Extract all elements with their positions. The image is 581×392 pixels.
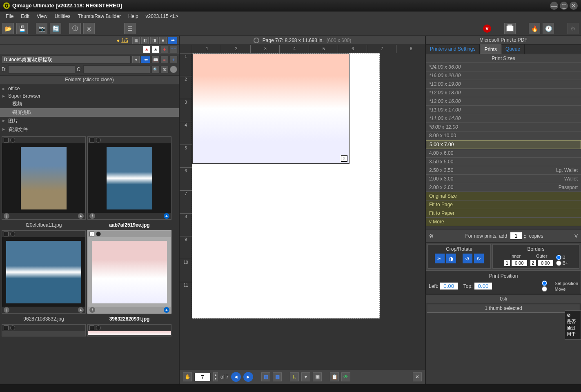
plus-blue-icon[interactable]: + xyxy=(170,56,177,63)
minimize-button[interactable]: — xyxy=(550,2,558,10)
print-icon[interactable] xyxy=(504,23,516,34)
folders-header[interactable]: Folders (click to close) xyxy=(0,75,179,84)
camera-icon[interactable]: 📷 xyxy=(36,23,47,34)
outer-input[interactable] xyxy=(537,259,554,267)
grid-med-icon[interactable]: ◧ xyxy=(141,37,149,44)
thumb-radio[interactable] xyxy=(10,138,15,143)
a-black-icon[interactable]: a xyxy=(152,46,159,53)
copies-up[interactable]: ▲ xyxy=(523,234,526,236)
top-input[interactable] xyxy=(474,282,492,290)
folder-item[interactable]: Super Browser xyxy=(0,92,179,100)
wrench-icon[interactable]: 🛠 xyxy=(429,233,434,239)
gear-icon[interactable]: ⚙ xyxy=(567,23,579,34)
thumbnail[interactable] xyxy=(87,324,171,336)
copies-input[interactable] xyxy=(510,232,522,240)
prev-page-button[interactable]: ◄ xyxy=(231,372,241,382)
tab-prints[interactable]: Prints xyxy=(480,45,501,54)
v-badge-icon[interactable]: V xyxy=(574,233,578,239)
info-icon[interactable]: ⓘ xyxy=(69,23,81,34)
a-red-icon[interactable]: a xyxy=(143,46,150,53)
maximize-button[interactable]: ▢ xyxy=(560,2,568,10)
folder-item-selected[interactable]: 锁屏提取 xyxy=(0,108,179,117)
folder-item[interactable]: 视频 xyxy=(0,100,179,108)
back-arrow-icon[interactable]: ⬅ xyxy=(141,56,150,63)
thumb-radio[interactable] xyxy=(96,138,101,143)
book-icon[interactable]: 📖 xyxy=(152,56,159,63)
print-page[interactable]: X xyxy=(192,53,380,318)
thumbnail[interactable]: i+ xyxy=(87,136,171,220)
c-filter-input[interactable] xyxy=(83,65,150,74)
thumb-radio[interactable] xyxy=(96,325,101,330)
close-icon[interactable]: ✕ xyxy=(413,372,422,381)
size-item-original[interactable]: Original Size xyxy=(426,192,581,200)
page-spinner[interactable]: ▲▼ xyxy=(213,372,218,381)
tab-printers-settings[interactable]: Printers and Settings xyxy=(426,45,480,54)
v-badge-icon[interactable]: V xyxy=(483,24,491,33)
size-item-more[interactable]: v More xyxy=(426,218,581,226)
tab-queue[interactable]: Queue xyxy=(501,45,525,54)
thumb-checkbox[interactable] xyxy=(4,325,9,330)
thumb-checkbox[interactable]: ✓ xyxy=(89,232,94,236)
thumb-radio[interactable] xyxy=(10,232,15,236)
add-icon[interactable]: + xyxy=(78,307,84,313)
list-icon[interactable]: ☰ xyxy=(124,23,136,34)
size-item[interactable]: *12.00 x 16.00 xyxy=(426,97,581,106)
size-item-selected[interactable]: 5.00 x 7.00 xyxy=(426,140,581,149)
size-item[interactable]: *8.00 x 12.00 xyxy=(426,123,581,131)
size-item[interactable]: *11.00 x 14.00 xyxy=(426,114,581,123)
refresh-icon[interactable]: 🔄 xyxy=(50,23,61,34)
grid-large-icon[interactable]: ◨ xyxy=(150,37,158,44)
save-icon[interactable]: 💾 xyxy=(16,23,28,34)
size-item[interactable]: 2.00 x 3.00Wallet xyxy=(426,175,581,183)
size-item[interactable]: *12.00 x 18.00 xyxy=(426,89,581,97)
thumbnail-selected[interactable]: ✓ i+ xyxy=(87,230,171,314)
menu-help[interactable]: Help xyxy=(125,12,142,20)
page-icon1[interactable]: ▤ xyxy=(261,372,270,381)
thumb-checkbox[interactable] xyxy=(89,138,94,143)
size-item[interactable]: 4.00 x 6.00 xyxy=(426,149,581,158)
thumb-checkbox[interactable] xyxy=(89,325,94,330)
path-dropdown-icon[interactable]: ▾ xyxy=(132,56,140,63)
size-item[interactable]: 3.50 x 5.00 xyxy=(426,158,581,166)
info-icon[interactable]: i xyxy=(89,213,95,219)
size-item[interactable]: 2.00 x 2.00Passport xyxy=(426,183,581,192)
size-item[interactable]: 2.50 x 3.50Lg. Wallet xyxy=(426,166,581,175)
thumb-checkbox[interactable] xyxy=(4,232,9,236)
page-preview[interactable]: 12345678 1234567891011 X xyxy=(180,45,425,370)
crop-icon[interactable]: ✂ xyxy=(435,254,445,263)
flame-icon[interactable]: 🔥 xyxy=(529,23,540,34)
remove-photo-button[interactable]: X xyxy=(341,155,347,162)
lines-icon[interactable]: ≡ xyxy=(161,56,168,63)
thumb-radio[interactable] xyxy=(10,325,15,330)
inner-input[interactable] xyxy=(511,259,528,267)
size-item[interactable]: *11.00 x 17.00 xyxy=(426,106,581,114)
arrow-right-icon[interactable]: ➡ xyxy=(168,37,177,44)
add-icon[interactable]: + xyxy=(161,46,168,53)
folder-item[interactable]: 资源文件 xyxy=(0,125,179,134)
menu-view[interactable]: View xyxy=(33,12,51,20)
move-radio[interactable] xyxy=(535,286,554,292)
menu-file[interactable]: File xyxy=(2,12,17,20)
size-item[interactable]: *16.00 x 20.00 xyxy=(426,71,581,80)
grid-small-icon[interactable]: ▦ xyxy=(132,37,140,44)
clock-icon[interactable]: 🕐 xyxy=(543,23,554,34)
thumbnail[interactable]: i+ xyxy=(2,136,86,220)
copy-icon[interactable]: 📋 xyxy=(330,372,339,381)
b-radio[interactable] xyxy=(556,255,561,260)
left-input[interactable] xyxy=(440,282,458,290)
info-icon[interactable]: i xyxy=(4,213,9,219)
add-icon[interactable]: + xyxy=(164,213,169,219)
undo-icon[interactable]: ↺ xyxy=(463,254,472,263)
menu-utilities[interactable]: Utilities xyxy=(51,12,74,20)
binoculars-icon[interactable]: 🔍 xyxy=(152,66,159,73)
size-item-fit-page[interactable]: Fit to Page xyxy=(426,200,581,209)
size-item[interactable]: 8.00 x 10.00 xyxy=(426,131,581,140)
size-item[interactable]: *13.00 x 19.00 xyxy=(426,80,581,89)
menu-thumb-raw[interactable]: Thumb/Raw Builder xyxy=(75,12,124,20)
menu-version[interactable]: v2023.115 <L> xyxy=(142,12,182,20)
down-arrow-icon[interactable]: ▾ xyxy=(301,372,310,381)
add-multi-icon[interactable]: ⁺⁺ xyxy=(170,46,177,53)
page-icon2[interactable]: ▦ xyxy=(273,372,282,381)
add-icon[interactable]: + xyxy=(164,307,169,313)
thumb-radio[interactable] xyxy=(96,232,101,236)
